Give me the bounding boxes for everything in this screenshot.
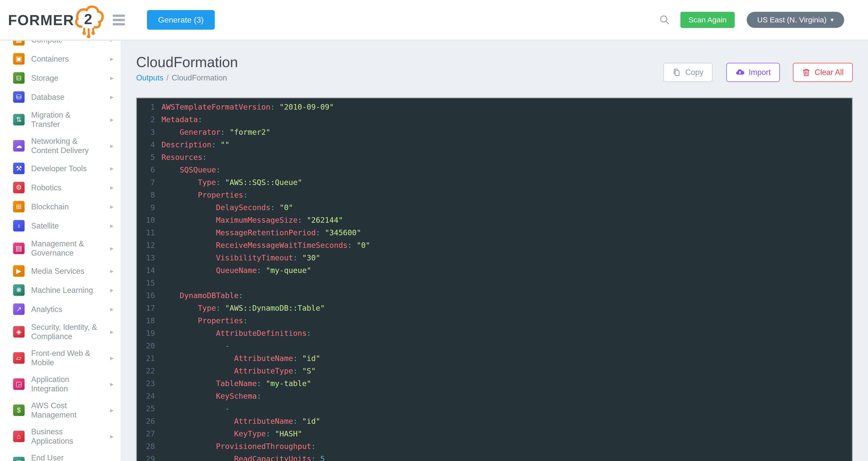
sidebar-item-front-end-web-mobile[interactable]: ▱Front-end Web & Mobile▸ [0, 345, 121, 371]
sidebar-item-containers[interactable]: ▣Containers▸ [0, 49, 121, 68]
sidebar-item-label: Developer Tools [31, 164, 101, 173]
search-icon[interactable] [659, 15, 670, 25]
code-line: 3 Generator: "former2" [137, 126, 852, 139]
code-line: 19 AttributeDefinitions: [137, 327, 852, 340]
chevron-right-icon: ▸ [110, 406, 114, 414]
application-integration-icon: ◲ [13, 378, 25, 390]
line-number: 18 [137, 314, 155, 327]
import-button[interactable]: Import [726, 63, 780, 82]
main-content: CloudFormation Outputs/CloudFormation Co… [121, 41, 868, 461]
code-line: 24 KeySchema: [137, 390, 852, 402]
code-line: 18 Properties: [137, 314, 852, 327]
code-line: 17 Type: "AWS::DynamoDB::Table" [137, 302, 852, 314]
copy-button[interactable]: Copy [663, 63, 712, 82]
code-line-content: MaximumMessageSize: "262144" [161, 214, 343, 227]
containers-icon: ▣ [13, 53, 25, 65]
chevron-right-icon: ▸ [110, 116, 114, 124]
analytics-icon: ↗ [13, 304, 25, 315]
page-title: CloudFormation [136, 54, 238, 70]
line-number: 11 [137, 227, 155, 239]
cloudformation-code-editor[interactable]: 1AWSTemplateFormatVersion: "2010-09-09"2… [136, 97, 853, 461]
clear-all-button[interactable]: Clear All [793, 63, 853, 82]
chevron-right-icon: ▸ [110, 142, 114, 150]
robotics-icon: ⚙ [13, 182, 25, 193]
sidebar-item-end-user-computing[interactable]: ▢End User Computing▸ [0, 450, 121, 461]
code-line-content: ReadCapacityUnits: 5 [161, 453, 325, 461]
sidebar-item-business-applications[interactable]: ⌂Business Applications▸ [0, 423, 121, 450]
code-line-content: VisibilityTimeout: "30" [161, 252, 320, 264]
line-number: 13 [137, 252, 155, 264]
breadcrumb-outputs-link[interactable]: Outputs [136, 74, 163, 82]
line-number: 26 [137, 415, 155, 428]
sidebar-item-label: Satellite [31, 221, 101, 231]
sidebar-item-robotics[interactable]: ⚙Robotics▸ [0, 178, 121, 197]
chevron-right-icon: ▸ [110, 305, 114, 313]
code-line: 28 ProvisionedThroughput: [137, 440, 852, 453]
chevron-right-icon: ▸ [110, 41, 114, 44]
chevron-right-icon: ▸ [110, 222, 114, 230]
code-line: 2Metadata: [137, 113, 852, 126]
code-line-content: QueueName: "my-queue" [161, 264, 311, 277]
chevron-right-icon: ▸ [110, 380, 114, 388]
chevron-right-icon: ▸ [110, 432, 114, 440]
code-line: 11 MessageRetentionPeriod: "345600" [137, 227, 852, 239]
code-line-content: Metadata: [161, 113, 203, 126]
line-number: 2 [137, 113, 155, 126]
sidebar-item-security-identity-compliance[interactable]: ◈Security, Identity, & Compliance▸ [0, 319, 121, 345]
code-line: 23 TableName: "my-table" [137, 377, 852, 390]
line-number: 8 [137, 189, 155, 201]
sidebar-item-management-governance[interactable]: ▤Management & Governance▸ [0, 235, 121, 261]
generate-button[interactable]: Generate (3) [147, 10, 215, 30]
sidebar-item-satellite[interactable]: ♁Satellite▸ [0, 216, 121, 235]
code-line: 27 KeyType: "HASH" [137, 428, 852, 440]
code-line-content: KeySchema: [161, 390, 261, 402]
sidebar-item-label: Security, Identity, & Compliance [31, 322, 101, 341]
code-line: 15 [137, 277, 852, 289]
sidebar-item-application-integration[interactable]: ◲Application Integration▸ [0, 371, 121, 397]
top-header: FORMER 2 Generate (3) Scan Again US East… [0, 0, 868, 40]
machine-learning-icon: ❋ [13, 284, 25, 296]
migration-transfer-icon: ⇅ [13, 114, 25, 125]
sidebar-item-label: Management & Governance [31, 239, 101, 258]
sidebar-item-analytics[interactable]: ↗Analytics▸ [0, 299, 121, 319]
sidebar-item-developer-tools[interactable]: ⚒Developer Tools▸ [0, 159, 121, 178]
line-number: 1 [137, 101, 155, 113]
sidebar-item-compute[interactable]: ▦Compute▸ [0, 41, 121, 49]
sidebar-item-aws-cost-management[interactable]: $AWS Cost Management▸ [0, 397, 121, 423]
line-number: 24 [137, 390, 155, 402]
chevron-right-icon: ▸ [110, 459, 114, 461]
scan-again-button[interactable]: Scan Again [680, 12, 735, 28]
sidebar-item-label: Storage [31, 74, 101, 83]
line-number: 9 [137, 201, 155, 214]
code-line-content: MessageRetentionPeriod: "345600" [161, 227, 361, 239]
sidebar-item-networking-content-delivery[interactable]: ☁Networking & Content Delivery▸ [0, 133, 121, 159]
sidebar-item-migration-transfer[interactable]: ⇅Migration & Transfer▸ [0, 107, 121, 133]
sidebar-item-blockchain[interactable]: ⊞Blockchain▸ [0, 197, 121, 216]
code-line-content: - [161, 340, 229, 352]
sidebar-item-database[interactable]: ⛁Database▸ [0, 87, 121, 107]
region-dropdown[interactable]: US East (N. Virginia) ▾ [747, 12, 844, 28]
import-label: Import [749, 68, 771, 77]
chevron-right-icon: ▸ [110, 286, 114, 294]
sidebar-item-label: AWS Cost Management [31, 401, 101, 420]
code-line: 9 DelaySeconds: "0" [137, 201, 852, 214]
storage-icon: ⊟ [13, 72, 25, 84]
sidebar-item-storage[interactable]: ⊟Storage▸ [0, 68, 121, 87]
code-line-content: Type: "AWS::DynamoDB::Table" [161, 302, 325, 314]
code-line-content: AttributeDefinitions: [161, 327, 311, 340]
former2-logo[interactable]: FORMER 2 [8, 0, 105, 40]
line-number: 6 [137, 164, 155, 176]
code-line-content: AWSTemplateFormatVersion: "2010-09-09" [161, 101, 334, 113]
code-line: 26 AttributeName: "id" [137, 415, 852, 428]
code-line: 16 DynamoDBTable: [137, 289, 852, 302]
line-number: 27 [137, 428, 155, 440]
line-number: 20 [137, 340, 155, 352]
menu-toggle-icon[interactable] [113, 12, 128, 27]
aws-cost-management-icon: $ [13, 404, 25, 416]
line-number: 15 [137, 277, 155, 289]
sidebar-item-machine-learning[interactable]: ❋Machine Learning▸ [0, 281, 121, 299]
sidebar-item-media-services[interactable]: ▶Media Services▸ [0, 261, 121, 281]
code-line: 4Description: "" [137, 139, 852, 151]
code-line-content: Properties: [161, 189, 248, 201]
code-line: 13 VisibilityTimeout: "30" [137, 252, 852, 264]
